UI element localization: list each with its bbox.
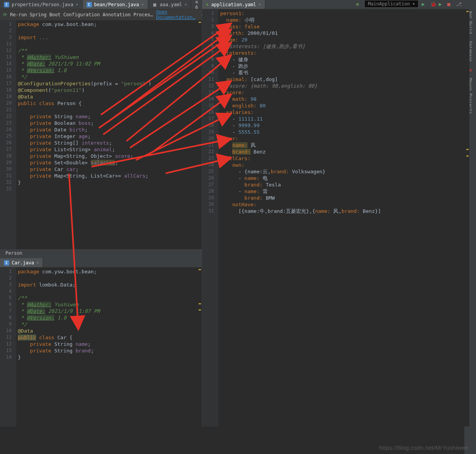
tab-label: Car.java <box>12 260 34 266</box>
close-icon[interactable]: × <box>141 2 144 7</box>
close-icon[interactable]: × <box>36 260 39 265</box>
left-bottom-tabs: C Car.java × <box>0 258 202 268</box>
run-icon[interactable]: ▶ <box>422 1 427 7</box>
warning-marker <box>199 22 201 23</box>
coverage-icon[interactable]: ▶ <box>439 1 444 7</box>
gutter: 1231112131415161718192021222324252627282… <box>0 20 16 249</box>
java-class-icon: C <box>4 2 9 7</box>
warning-marker <box>466 149 469 150</box>
java-class-icon: C <box>87 2 92 7</box>
tab-label: aaa.yaml <box>160 2 182 7</box>
java-class-icon: C <box>4 260 9 266</box>
annotation-processor-banner: ⟳ Re-run Spring Boot Configuration Annot… <box>0 9 202 20</box>
warning-marker <box>466 155 469 157</box>
warning-marker <box>199 309 201 311</box>
tab-car-java[interactable]: C Car.java × <box>0 258 43 267</box>
stop-icon[interactable]: ■ <box>447 1 453 7</box>
watermark: https://blog.csdn.net/MrYushiwen <box>379 444 468 451</box>
warning-marker <box>199 269 201 270</box>
code-area[interactable]: package com.ysw.boot.bean; import lombok… <box>16 268 202 426</box>
warning-marker <box>199 303 201 304</box>
close-icon[interactable]: × <box>76 2 78 7</box>
split-indicator[interactable]: ≡ 6 <box>191 0 202 9</box>
close-icon[interactable]: × <box>185 2 187 7</box>
breadcrumb[interactable]: Person <box>0 249 202 258</box>
code-area[interactable]: person1: name: 小明 boss: false birth: 200… <box>218 9 469 426</box>
yaml-editor[interactable]: 1234567891011121314151617181920212223242… <box>202 9 469 426</box>
tab-application-yaml[interactable]: ⌖ application.yaml × <box>202 0 265 9</box>
tab-properties-person[interactable]: C properties/Person.java × <box>0 0 83 9</box>
person-java-editor[interactable]: 1231112131415161718192021222324252627282… <box>0 20 202 249</box>
tab-aaa-yaml[interactable]: ▦ aaa.yaml × <box>148 0 191 9</box>
left-column: C properties/Person.java × C bean/Person… <box>0 0 202 426</box>
yaml-icon: ▦ <box>152 2 158 7</box>
code-area[interactable]: package com.ysw.boot.bean; import ... /*… <box>16 20 202 249</box>
spring-icon: ⌖ <box>206 2 209 7</box>
close-icon[interactable]: × <box>258 2 261 7</box>
git-icon[interactable]: ⎇ <box>456 1 461 7</box>
tab-bean-person[interactable]: C bean/Person.java × <box>83 0 148 9</box>
hammer-icon[interactable]: ⚒ <box>356 1 361 7</box>
debug-icon[interactable]: 🐞 <box>430 1 436 7</box>
breadcrumb-item[interactable]: Person <box>5 250 22 256</box>
open-documentation-link[interactable]: Open Documentation… <box>156 9 195 20</box>
banner-text: Re-run Spring Boot Configuration Annotat… <box>10 12 153 17</box>
gutter: 1234567891011121314 <box>0 268 16 426</box>
run-config-dropdown[interactable]: MainApplication ▾ <box>364 0 419 8</box>
refresh-icon[interactable]: ⟳ <box>3 12 7 17</box>
run-config-label: MainApplication <box>368 1 410 7</box>
tab-label: properties/Person.java <box>12 2 73 7</box>
tab-label: bean/Person.java <box>94 2 139 7</box>
top-toolbar: ⚒ MainApplication ▾ ▶ 🐞 ▶ ■ ⎇ <box>356 0 464 8</box>
chevron-down-icon: ▾ <box>412 1 415 7</box>
gutter: 1234567891011121314151617181920212223242… <box>202 9 218 426</box>
tab-label: application.yaml <box>211 2 256 7</box>
left-top-tabs: C properties/Person.java × C bean/Person… <box>0 0 202 9</box>
warning-marker <box>466 11 469 12</box>
right-column: ⌖ application.yaml × 1234567891011121314… <box>202 0 469 426</box>
car-java-editor[interactable]: 1234567891011121314 package com.ysw.boot… <box>0 268 202 426</box>
